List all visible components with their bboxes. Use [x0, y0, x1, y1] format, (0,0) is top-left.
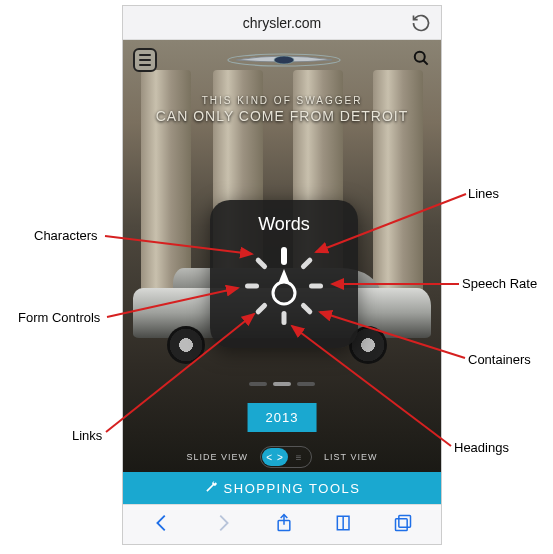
- search-icon[interactable]: [411, 48, 431, 72]
- site-header: [123, 40, 441, 80]
- rotor-tick-characters: [255, 256, 268, 269]
- rotor-pointer-icon: [270, 266, 298, 306]
- carousel-dot[interactable]: [297, 382, 315, 386]
- callout-links: Links: [72, 428, 102, 443]
- slide-view-label: SLIDE VIEW: [187, 452, 249, 462]
- hamburger-icon[interactable]: [133, 48, 157, 72]
- bookmarks-icon[interactable]: [334, 513, 354, 537]
- svg-line-3: [424, 61, 428, 65]
- safari-toolbar: [123, 504, 441, 544]
- toggle-knob: < >: [262, 448, 288, 466]
- callout-containers: Containers: [468, 352, 531, 367]
- carousel-dot[interactable]: [249, 382, 267, 386]
- voiceover-rotor[interactable]: Words: [210, 200, 358, 348]
- rotor-tick-speech-rate: [309, 283, 323, 288]
- shopping-tools-bar[interactable]: SHOPPING TOOLS: [123, 472, 441, 504]
- forward-icon[interactable]: [212, 512, 234, 538]
- svg-rect-7: [399, 515, 411, 527]
- url-bar[interactable]: chrysler.com: [123, 6, 441, 40]
- share-icon[interactable]: [274, 513, 294, 537]
- wrench-icon: [204, 480, 218, 497]
- url-text: chrysler.com: [243, 15, 322, 31]
- list-view-label: LIST VIEW: [324, 452, 377, 462]
- svg-point-2: [415, 52, 425, 62]
- view-toggle-row: SLIDE VIEW < > ≡ LIST VIEW: [123, 446, 441, 468]
- rotor-tick-lines: [300, 256, 313, 269]
- rotor-tick-headings: [282, 311, 287, 325]
- callout-form-controls: Form Controls: [18, 310, 100, 325]
- hero-headline: THIS KIND OF SWAGGER CAN ONLY COME FROM …: [123, 95, 441, 124]
- svg-point-1: [274, 56, 294, 64]
- chrysler-logo: [224, 50, 344, 70]
- callout-speech-rate: Speech Rate: [462, 276, 537, 291]
- view-toggle[interactable]: < > ≡: [260, 446, 312, 468]
- callout-lines: Lines: [468, 186, 499, 201]
- hero-line-2: CAN ONLY COME FROM DETROIT: [123, 108, 441, 124]
- rotor-tick-form-controls: [245, 283, 259, 288]
- toggle-list-icon: ≡: [288, 452, 310, 463]
- carousel-dots[interactable]: [123, 382, 441, 386]
- year-button[interactable]: 2013: [248, 403, 317, 432]
- callout-characters: Characters: [34, 228, 98, 243]
- callout-headings: Headings: [454, 440, 509, 455]
- back-icon[interactable]: [151, 512, 173, 538]
- tabs-icon[interactable]: [393, 513, 413, 537]
- carousel-dot[interactable]: [273, 382, 291, 386]
- hero-line-1: THIS KIND OF SWAGGER: [123, 95, 441, 106]
- rotor-tick-words: [281, 247, 287, 265]
- rotor-tick-containers: [300, 302, 313, 315]
- shopping-tools-label: SHOPPING TOOLS: [224, 481, 361, 496]
- svg-point-9: [273, 282, 295, 304]
- rotor-title: Words: [210, 214, 358, 235]
- reload-icon[interactable]: [411, 13, 431, 33]
- rotor-tick-links: [255, 302, 268, 315]
- svg-rect-8: [396, 518, 408, 530]
